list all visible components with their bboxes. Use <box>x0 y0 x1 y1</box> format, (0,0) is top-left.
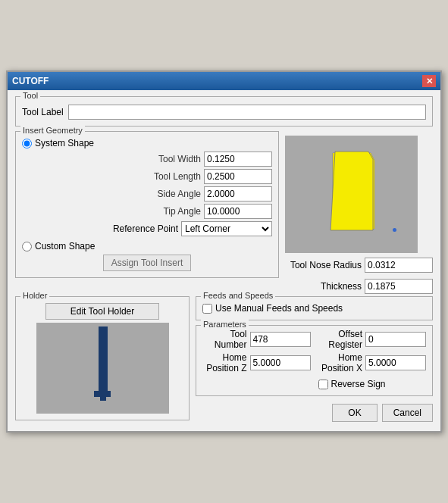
reverse-sign-checkbox-row: Reverse Sign <box>318 379 427 389</box>
parameters-grid: Tool Number Offset Register Home Positio… <box>202 329 426 389</box>
offset-register-label: Offset Register <box>318 329 363 350</box>
svg-rect-5 <box>100 397 106 401</box>
feeds-speeds-label: Feeds and Speeds <box>201 291 275 300</box>
system-shape-radio-row: System Shape <box>22 138 272 148</box>
tool-length-input[interactable] <box>204 169 272 184</box>
dialog-title: CUTOFF <box>12 76 49 86</box>
insert-geometry-label: Insert Geometry <box>20 126 85 135</box>
home-pos-x-row: Home Position X <box>318 352 427 373</box>
reverse-sign-label: Reverse Sign <box>331 379 386 389</box>
title-bar: CUTOFF ✕ <box>8 72 440 90</box>
button-row: OK Cancel <box>196 401 433 425</box>
side-angle-row: Side Angle <box>22 186 272 202</box>
tool-length-row: Tool Length <box>22 169 272 184</box>
reference-dot <box>393 228 396 232</box>
tool-width-input[interactable] <box>204 152 272 167</box>
thickness-input[interactable] <box>365 279 433 294</box>
svg-rect-4 <box>94 391 111 397</box>
reverse-sign-checkbox[interactable] <box>318 380 328 389</box>
offset-register-input[interactable] <box>365 332 426 347</box>
tip-angle-label: Tip Angle <box>163 206 201 217</box>
tool-length-label: Tool Length <box>154 171 201 182</box>
tip-angle-input[interactable] <box>204 204 272 219</box>
home-pos-x-input[interactable] <box>365 355 426 370</box>
cancel-button[interactable]: Cancel <box>382 404 433 422</box>
offset-register-row: Offset Register <box>318 329 427 350</box>
holder-section: Holder Edit Tool Holder <box>15 296 190 420</box>
reference-point-select[interactable]: Left Corner Right Corner Center <box>181 221 272 236</box>
custom-shape-area: Custom Shape Assign Tool Insert <box>22 241 272 271</box>
home-pos-z-row: Home Position Z <box>202 352 311 373</box>
cutoff-dialog: CUTOFF ✕ Tool Tool Label Insert Geometry <box>6 70 442 433</box>
reference-point-label: Reference Point <box>113 223 178 234</box>
bottom-panels: Holder Edit Tool Holder Feeds and Speeds <box>15 296 433 425</box>
tool-nose-row: Tool Nose Radius <box>285 258 433 273</box>
tool-nose-label: Tool Nose Radius <box>290 260 362 270</box>
bottom-right: Feeds and Speeds Use Manual Feeds and Sp… <box>196 296 433 425</box>
manual-feeds-row: Use Manual Feeds and Speeds <box>202 303 426 314</box>
tool-section: Tool Tool Label <box>15 96 433 127</box>
holder-preview <box>36 323 169 414</box>
custom-shape-radio-row: Custom Shape <box>22 241 272 252</box>
manual-feeds-checkbox[interactable] <box>202 304 212 314</box>
home-pos-z-label: Home Position Z <box>202 352 247 373</box>
tool-shape-svg <box>321 145 382 244</box>
home-pos-z-input[interactable] <box>250 355 311 370</box>
custom-shape-label: Custom Shape <box>35 241 95 252</box>
side-angle-input[interactable] <box>204 186 272 202</box>
tool-number-input[interactable] <box>250 332 311 347</box>
thickness-label: Thickness <box>321 281 362 292</box>
tool-number-row: Tool Number <box>202 329 311 350</box>
svg-marker-2 <box>331 152 373 230</box>
reverse-sign-row: Reverse Sign <box>318 376 427 389</box>
insert-geometry-section: Insert Geometry System Shape Tool Width … <box>15 131 279 278</box>
system-shape-radio[interactable] <box>22 139 32 148</box>
parameters-section: Parameters Tool Number Offset Register H… <box>196 325 433 396</box>
holder-section-label: Holder <box>20 291 49 300</box>
assign-tool-insert-button[interactable]: Assign Tool Insert <box>103 255 192 271</box>
tool-section-label: Tool <box>20 91 40 100</box>
tool-width-label: Tool Width <box>158 154 201 164</box>
reference-point-row: Reference Point Left Corner Right Corner… <box>22 221 272 236</box>
tool-label-text: Tool Label <box>22 107 64 117</box>
main-content: Insert Geometry System Shape Tool Width … <box>15 131 433 296</box>
holder-svg <box>36 323 169 414</box>
left-panel: Insert Geometry System Shape Tool Width … <box>15 131 279 296</box>
tool-width-row: Tool Width <box>22 152 272 167</box>
system-shape-label: System Shape <box>35 138 94 148</box>
ok-button[interactable]: OK <box>332 404 377 422</box>
edit-tool-holder-button[interactable]: Edit Tool Holder <box>45 303 159 320</box>
home-pos-x-label: Home Position X <box>318 352 363 373</box>
dialog-body: Tool Tool Label Insert Geometry System S… <box>8 90 440 431</box>
parameters-label: Parameters <box>201 320 249 329</box>
tool-nose-input[interactable] <box>365 258 433 273</box>
side-angle-label: Side Angle <box>158 189 201 199</box>
tool-label-row: Tool Label <box>22 100 426 120</box>
right-panel: Tool Nose Radius Thickness <box>285 131 433 296</box>
thickness-row: Thickness <box>285 279 433 294</box>
tool-label-input[interactable] <box>68 105 426 120</box>
feeds-speeds-section: Feeds and Speeds Use Manual Feeds and Sp… <box>196 296 433 320</box>
svg-rect-3 <box>99 326 108 391</box>
tip-angle-row: Tip Angle <box>22 204 272 219</box>
custom-shape-radio[interactable] <box>22 242 32 252</box>
tool-number-label: Tool Number <box>202 329 247 350</box>
close-button[interactable]: ✕ <box>422 75 436 87</box>
tool-preview-box <box>285 136 418 253</box>
manual-feeds-label: Use Manual Feeds and Speeds <box>215 303 343 314</box>
